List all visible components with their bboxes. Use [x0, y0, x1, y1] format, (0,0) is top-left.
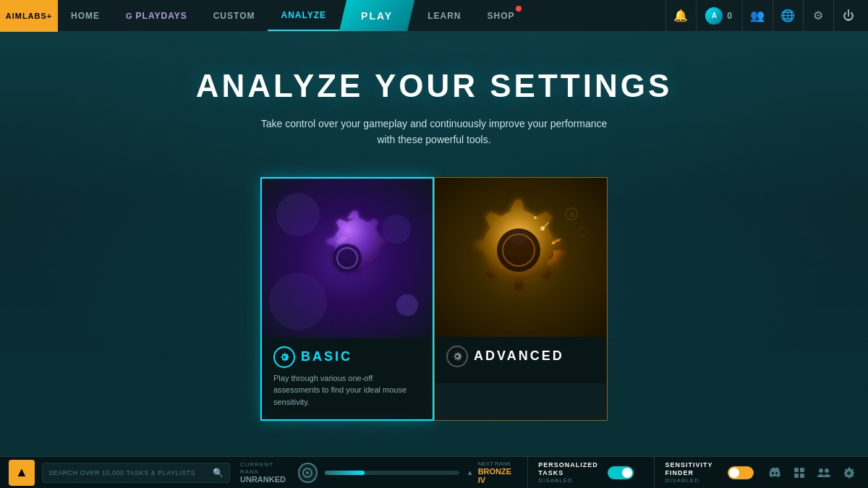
rank-circle-bottom [298, 463, 317, 483]
next-rank-label: NEXT RANK [478, 461, 518, 467]
page-title: ANALYZE YOUR SETTINGS [196, 68, 673, 104]
rank-progress-fill [325, 471, 365, 475]
svg-point-15 [456, 355, 459, 358]
svg-point-24 [847, 471, 851, 475]
community-icon[interactable] [813, 462, 835, 484]
current-rank-info: CURRENT RANK UNRANKED [240, 461, 291, 484]
chevron-icon: ▲ [467, 468, 474, 476]
card-basic-desc: Play through various one-off assessments… [273, 372, 421, 408]
nav-item-analyze[interactable]: ANALYZE [268, 0, 339, 31]
gear-gold-icon: ⊙ [448, 192, 593, 322]
bottom-right-icons [764, 462, 859, 484]
card-advanced-gear-icon [452, 351, 462, 361]
search-bar[interactable]: SEARCH OVER 10,000 TASKS & PLAYLISTS 🔍 [42, 463, 230, 483]
personalized-tasks-label: PERSONALIZED TASKS [538, 461, 600, 477]
friends-button[interactable]: 👥 [742, 0, 771, 32]
nav-item-play[interactable]: PLAY [339, 0, 414, 31]
card-basic-gear-icon [279, 352, 289, 362]
settings-bottom-icon[interactable] [838, 462, 859, 484]
next-rank-info: ▲ NEXT RANK BRONZE IV [467, 461, 518, 484]
card-advanced[interactable]: ⊙ ADVANCED [434, 177, 608, 421]
sensitivity-finder-label: SENSITIVITY FINDER [665, 461, 720, 477]
nav-items: HOME G PLAYDAYS CUSTOM ANALYZE PLAY LEAR… [58, 0, 665, 31]
sensitivity-finder-toggle[interactable] [728, 466, 754, 479]
page-subtitle: Take control over your gameplay and cont… [253, 116, 615, 148]
main-content: ANALYZE YOUR SETTINGS Take control over … [0, 32, 868, 456]
card-basic-image [262, 179, 433, 338]
bottom-logo[interactable]: ▲ [9, 460, 35, 486]
personalized-tasks-toggle-knob [622, 468, 632, 478]
card-advanced-title: ADVANCED [474, 348, 564, 364]
power-button[interactable]: ⏻ [833, 0, 862, 32]
rank-section: CURRENT RANK UNRANKED ▲ NEXT RANK BRONZE… [240, 461, 517, 484]
svg-point-9 [534, 216, 537, 219]
rank-circle: A [705, 7, 723, 25]
svg-rect-20 [794, 474, 799, 478]
search-text: SEARCH OVER 10,000 TASKS & PLAYLISTS [48, 469, 195, 476]
card-advanced-footer-top: ADVANCED [446, 346, 595, 367]
svg-point-17 [306, 471, 309, 474]
sensitivity-finder-status: DISABLED [665, 477, 720, 484]
personalized-tasks-status: DISABLED [538, 477, 600, 484]
nav-item-playdays[interactable]: G PLAYDAYS [113, 0, 200, 31]
settings-button[interactable]: ⚙ [803, 0, 832, 32]
personalized-tasks-toggle[interactable] [608, 466, 634, 479]
rank-badge[interactable]: A 0 [696, 0, 741, 32]
svg-rect-18 [794, 468, 799, 472]
playdays-label: PLAYDAYS [136, 11, 187, 21]
sensitivity-finder-toggle-knob [729, 468, 739, 478]
shop-notification-dot [516, 6, 522, 12]
global-button[interactable]: 🌐 [773, 0, 801, 32]
svg-rect-19 [800, 468, 804, 472]
svg-text:⊙: ⊙ [569, 211, 575, 218]
card-advanced-image: ⊙ [435, 178, 607, 337]
card-basic-footer-top: BASIC [273, 346, 421, 368]
nav-item-custom[interactable]: CUSTOM [200, 0, 268, 31]
svg-point-23 [825, 468, 829, 473]
svg-point-3 [283, 356, 286, 359]
sensitivity-finder-info: SENSITIVITY FINDER DISABLED [665, 461, 720, 484]
bell-button[interactable]: 🔔 [665, 0, 694, 32]
bokeh-1 [276, 193, 320, 236]
community-svg [817, 467, 830, 479]
rank-progress-bar [325, 471, 459, 475]
nav-right: 🔔 A 0 👥 🌐 ⚙ ⏻ [665, 0, 868, 32]
card-advanced-footer: ADVANCED [435, 337, 607, 383]
sensitivity-finder-section: SENSITIVITY FINDER DISABLED [654, 457, 764, 489]
card-basic-footer: BASIC Play through various one-off asses… [262, 338, 433, 420]
playdays-icon: G [126, 12, 133, 20]
rank-number: 0 [727, 11, 732, 21]
nav-item-shop[interactable]: SHOP [474, 0, 527, 31]
nav-item-home[interactable]: HOME [58, 0, 113, 31]
next-rank-value: BRONZE IV [478, 467, 518, 484]
navbar: AIMLABS+ HOME G PLAYDAYS CUSTOM ANALYZE … [0, 0, 868, 32]
bokeh-4 [396, 294, 418, 316]
bokeh-2 [382, 215, 411, 244]
discord-icon[interactable] [764, 462, 786, 484]
rank-icon [302, 467, 313, 479]
svg-point-14 [578, 228, 587, 236]
nav-logo[interactable]: AIMLABS+ [0, 0, 58, 32]
card-basic-icon-circle [273, 346, 295, 368]
search-icon: 🔍 [213, 468, 224, 478]
grid-svg [793, 467, 805, 479]
bottom-bar: ▲ SEARCH OVER 10,000 TASKS & PLAYLISTS 🔍… [0, 456, 868, 488]
next-rank-text: NEXT RANK BRONZE IV [478, 461, 518, 484]
discord-svg [768, 466, 781, 479]
current-rank-value: UNRANKED [240, 475, 291, 484]
current-rank-label: CURRENT RANK [240, 461, 291, 475]
cards-container: BASIC Play through various one-off asses… [260, 177, 608, 421]
svg-point-22 [819, 468, 823, 473]
settings-svg [843, 467, 854, 479]
svg-rect-21 [800, 474, 804, 478]
personalized-tasks-section: PERSONALIZED TASKS DISABLED [527, 457, 644, 489]
bokeh-3 [269, 273, 327, 330]
bottom-logo-text: ▲ [15, 465, 28, 480]
card-advanced-icon-circle [446, 346, 468, 367]
personalized-tasks-info: PERSONALIZED TASKS DISABLED [538, 461, 600, 484]
card-basic-title: BASIC [301, 349, 352, 364]
grid-icon[interactable] [788, 462, 810, 484]
nav-item-learn[interactable]: LEARN [414, 0, 474, 31]
card-basic[interactable]: BASIC Play through various one-off asses… [260, 177, 434, 421]
